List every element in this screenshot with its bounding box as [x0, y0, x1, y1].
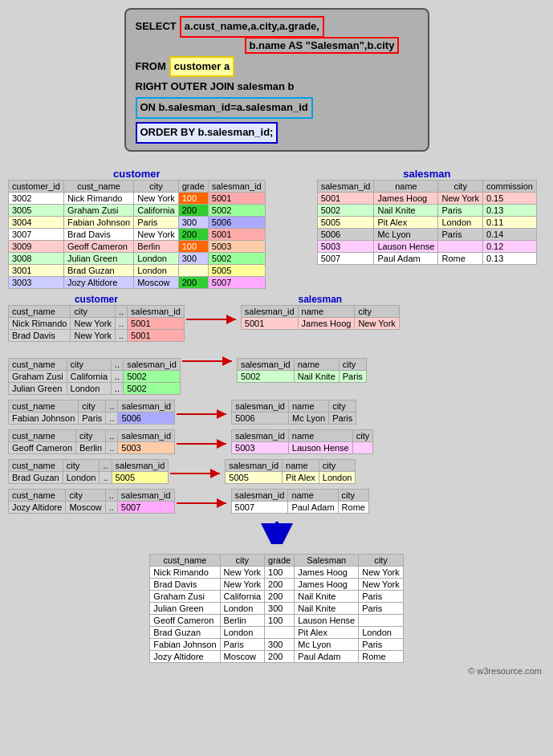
col-header: cust_name — [9, 489, 66, 501]
cell: New York — [438, 192, 482, 204]
col-header: .. — [105, 489, 117, 501]
col-header: cust_name — [9, 358, 67, 370]
cell: 5001 — [208, 228, 265, 240]
cell: .. — [106, 412, 118, 424]
cell: Graham Zusi — [150, 590, 220, 602]
sql-select-keyword: SELECT — [136, 18, 177, 35]
cell: Rome — [338, 501, 368, 513]
table-row: Graham Zusi California .. 5002 — [9, 370, 181, 382]
cell: 5003 — [232, 441, 289, 453]
join-cust-table5: cust_name city .. salesman_id Brad Guzan… — [8, 459, 169, 484]
cell: James Hoog — [295, 566, 359, 578]
cell: Fabian Johnson — [63, 216, 133, 228]
cell: 100 — [178, 240, 208, 252]
table-row: Brad Davis New York .. 5001 — [9, 329, 185, 341]
cell: .. — [106, 441, 118, 453]
table-row: 3009 Geoff Cameron Berlin 100 5003 — [9, 240, 266, 252]
cell: Julian Green — [9, 382, 67, 394]
cell: 3009 — [9, 240, 64, 252]
table-row: 3005 Graham Zusi California 200 5002 — [9, 204, 266, 216]
cell: .. — [112, 370, 124, 382]
col-header: .. — [106, 400, 118, 412]
col-header: salesman_id — [231, 489, 288, 501]
cell: California — [220, 590, 264, 602]
cell: Berlin — [220, 614, 264, 626]
col-header: salesman_id — [112, 459, 169, 471]
cell: 300 — [265, 602, 295, 614]
col-header: city — [76, 429, 106, 441]
sal-label: salesman — [241, 294, 400, 305]
cell: 5006 — [317, 228, 374, 240]
col-header: cust_name — [9, 429, 76, 441]
cell: 200 — [265, 590, 295, 602]
cell: London — [220, 602, 264, 614]
cell: Pit Alex — [283, 471, 319, 483]
cell: Mc Lyon — [289, 412, 329, 424]
col-header: cust_name — [150, 554, 220, 566]
table-row: 5003 Lauson Hense 0.12 — [317, 240, 536, 252]
cell: Graham Zusi — [9, 370, 67, 382]
cell: New York — [71, 329, 115, 341]
cell: Graham Zusi — [63, 204, 133, 216]
cell: .. — [115, 329, 127, 341]
cell: 5002 — [208, 204, 265, 216]
col-header: name — [374, 180, 438, 192]
table-row: 5002 Nail Knite Paris — [237, 370, 366, 382]
table-row: Nick Rimando New York 100 James Hoog New… — [150, 566, 403, 578]
cell: Paris — [438, 204, 482, 216]
cell: 3007 — [9, 228, 64, 240]
col-header: city — [134, 180, 178, 192]
sql-from-value: customer a — [169, 56, 234, 78]
join-pair-5006: cust_name city .. salesman_id Fabian Joh… — [8, 400, 545, 425]
arrow-5005 — [169, 459, 225, 482]
cell: Moscow — [134, 276, 178, 288]
cell: London — [63, 471, 100, 483]
arrow-5006 — [175, 400, 231, 422]
join-left-5002: customer cust_name city .. salesman_id G… — [8, 347, 181, 395]
cell: Julian Green — [63, 252, 133, 264]
cell: Paul Adam — [374, 252, 438, 264]
arrow-5007 — [175, 489, 231, 511]
sql-select-value1: a.cust_name,a.city,a.grade, — [180, 16, 324, 38]
col-header: city — [438, 180, 482, 192]
cell: .. — [115, 317, 127, 329]
table-row: 3007 Brad Davis New York 200 5001 — [9, 228, 266, 240]
join-arrow-svg6 — [175, 495, 231, 511]
col-header: city — [67, 358, 111, 370]
cell: 5006 — [118, 412, 175, 424]
cell: 3005 — [9, 204, 64, 216]
cell: Rome — [438, 252, 482, 264]
join-left-5003: cust_name city .. salesman_id Geoff Came… — [8, 429, 175, 454]
cell: 3008 — [9, 252, 64, 264]
cell: Berlin — [134, 240, 178, 252]
cell: 3001 — [9, 264, 64, 276]
table-row: 5003 Lauson Hense — [232, 441, 373, 453]
cell: 5002 — [124, 370, 181, 382]
table-row: Nick Rimando New York .. 5001 — [9, 317, 185, 329]
join-pair-5002: customer cust_name city .. salesman_id G… — [8, 347, 545, 395]
join-right-5001: salesman salesman_id name city 5001 Jame… — [241, 294, 400, 330]
cell: 300 — [178, 252, 208, 264]
col-header: city — [63, 459, 100, 471]
cell: Paris — [339, 370, 366, 382]
cell: Berlin — [76, 441, 106, 453]
join-right-5006: salesman_id name city 5006 Mc Lyon Paris — [231, 400, 356, 425]
customer-section: customer customer_id cust_name city grad… — [8, 168, 266, 289]
cell: Brad Davis — [9, 329, 71, 341]
cell: 5007 — [231, 501, 288, 513]
cell: Fabian Johnson — [9, 412, 79, 424]
table-row: Fabian Johnson Paris .. 5006 — [9, 412, 175, 424]
join-arrow-svg4 — [175, 436, 231, 452]
table-row: 5002 Nail Knite Paris 0.13 — [317, 204, 536, 216]
col-header: city — [319, 459, 356, 471]
cell: 5005 — [208, 264, 265, 276]
cell: 5007 — [117, 501, 174, 513]
cell: 100 — [178, 192, 208, 204]
join-pair-5001: customer cust_name city .. salesman_id N… — [8, 294, 545, 342]
cell: Nail Knite — [294, 370, 339, 382]
col-header: salesman_id — [208, 180, 265, 192]
join-pair-5003: cust_name city .. salesman_id Geoff Came… — [8, 429, 545, 454]
cell: Brad Davis — [150, 578, 220, 590]
join-cust-table2: cust_name city .. salesman_id Graham Zus… — [8, 358, 181, 395]
table-row: 5001 James Hoog New York 0.15 — [317, 192, 536, 204]
